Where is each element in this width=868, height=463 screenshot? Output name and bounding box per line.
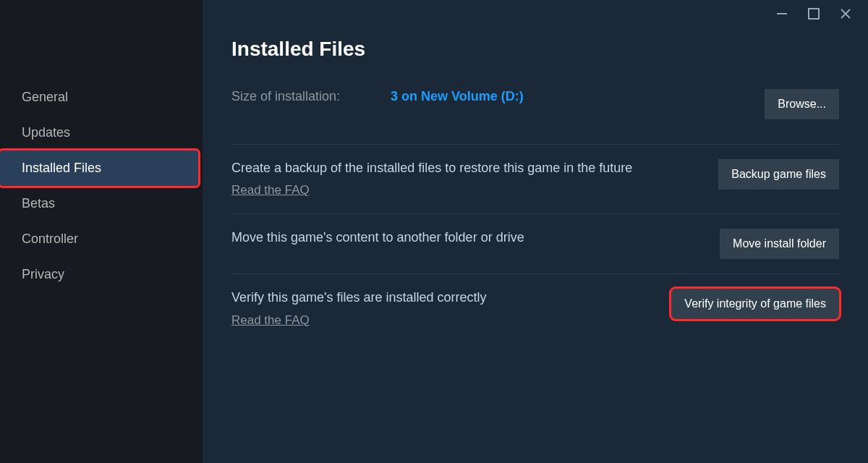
svg-rect-1 — [809, 9, 819, 19]
close-icon[interactable] — [839, 7, 852, 20]
verify-button[interactable]: Verify integrity of game files — [671, 289, 839, 319]
verify-text-block: Verify this game's files are installed c… — [231, 289, 487, 328]
install-size-info: Size of installation: 3 on New Volume (D… — [231, 89, 524, 104]
backup-faq-link[interactable]: Read the FAQ — [231, 182, 310, 199]
verify-row: Verify this game's files are installed c… — [231, 274, 839, 343]
window-controls — [775, 7, 852, 20]
sidebar-item-betas[interactable]: Betas — [0, 186, 203, 221]
move-button[interactable]: Move install folder — [720, 229, 839, 259]
verify-description: Verify this game's files are installed c… — [231, 289, 487, 307]
app-window: General Updates Installed Files Betas Co… — [0, 0, 868, 463]
sidebar-item-label: Updates — [22, 125, 70, 140]
verify-faq-link[interactable]: Read the FAQ — [231, 312, 310, 329]
sidebar-item-installed-files[interactable]: Installed Files — [0, 150, 198, 186]
sidebar-item-label: Privacy — [22, 267, 64, 281]
backup-text-block: Create a backup of the installed files t… — [231, 159, 632, 199]
sidebar-item-label: General — [22, 90, 68, 104]
sidebar-item-general[interactable]: General — [0, 80, 203, 115]
move-description: Move this game's content to another fold… — [231, 229, 524, 247]
minimize-icon[interactable] — [775, 7, 788, 20]
sidebar-item-privacy[interactable]: Privacy — [0, 257, 203, 292]
page-title: Installed Files — [231, 38, 839, 61]
install-size-label: Size of installation: — [231, 89, 340, 104]
sidebar-item-updates[interactable]: Updates — [0, 115, 203, 150]
backup-button[interactable]: Backup game files — [718, 159, 839, 190]
sidebar-item-label: Betas — [22, 196, 55, 211]
content-area: Installed Files Size of installation: 3 … — [203, 0, 868, 463]
sidebar: General Updates Installed Files Betas Co… — [0, 0, 203, 463]
backup-description: Create a backup of the installed files t… — [231, 159, 632, 177]
sidebar-item-label: Installed Files — [22, 161, 101, 175]
sidebar-item-controller[interactable]: Controller — [0, 221, 203, 257]
browse-button[interactable]: Browse... — [765, 89, 839, 119]
move-row: Move this game's content to another fold… — [231, 214, 839, 274]
install-size-row: Size of installation: 3 on New Volume (D… — [231, 85, 839, 145]
backup-row: Create a backup of the installed files t… — [231, 145, 839, 214]
install-size-value: 3 on New Volume (D:) — [391, 89, 524, 104]
maximize-icon[interactable] — [807, 7, 820, 20]
sidebar-item-label: Controller — [22, 232, 78, 246]
